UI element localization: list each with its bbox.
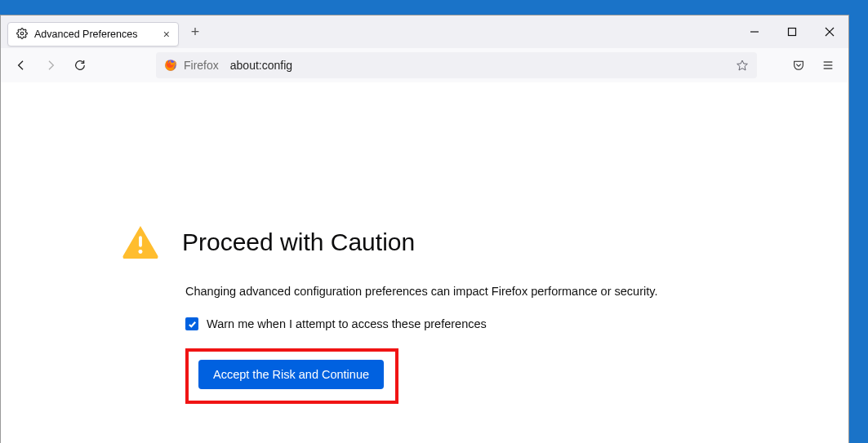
- desktop-background: [849, 0, 868, 443]
- svg-rect-1: [789, 29, 796, 36]
- close-window-button[interactable]: [811, 16, 848, 48]
- urlbar-prefix: Firefox: [184, 59, 219, 72]
- page-content: Proceed with Caution Changing advanced c…: [1, 82, 848, 443]
- warning-icon: [122, 224, 159, 260]
- maximize-button[interactable]: [773, 16, 811, 48]
- reload-button[interactable]: [68, 53, 92, 78]
- toolbar: Firefox about:config: [1, 48, 848, 82]
- browser-window: Advanced Preferences × + Firefox about:c…: [0, 15, 849, 443]
- gear-icon: [16, 28, 28, 42]
- svg-rect-9: [139, 236, 142, 246]
- menu-button[interactable]: [816, 53, 840, 78]
- urlbar-address: about:config: [230, 59, 292, 72]
- caution-description: Changing advanced configuration preferen…: [185, 285, 799, 298]
- warn-checkbox[interactable]: [185, 317, 198, 330]
- back-button[interactable]: [9, 53, 33, 78]
- pocket-icon[interactable]: [786, 53, 811, 78]
- page-title: Proceed with Caution: [182, 228, 415, 256]
- close-tab-icon[interactable]: ×: [163, 28, 170, 41]
- bookmark-star-icon[interactable]: [736, 59, 749, 72]
- forward-button[interactable]: [38, 53, 63, 78]
- tab-advanced-preferences[interactable]: Advanced Preferences ×: [7, 22, 179, 47]
- url-bar[interactable]: Firefox about:config: [156, 52, 757, 78]
- titlebar: Advanced Preferences × +: [1, 16, 848, 48]
- highlight-box: Accept the Risk and Continue: [185, 348, 398, 404]
- firefox-icon: [164, 59, 177, 72]
- warn-checkbox-label: Warn me when I attempt to access these p…: [207, 317, 487, 330]
- accept-risk-button[interactable]: Accept the Risk and Continue: [198, 360, 384, 389]
- tab-title: Advanced Preferences: [34, 29, 137, 40]
- new-tab-button[interactable]: +: [184, 20, 207, 43]
- window-controls: [736, 16, 848, 48]
- svg-marker-5: [737, 60, 748, 70]
- minimize-button[interactable]: [736, 16, 773, 48]
- svg-point-10: [139, 250, 143, 254]
